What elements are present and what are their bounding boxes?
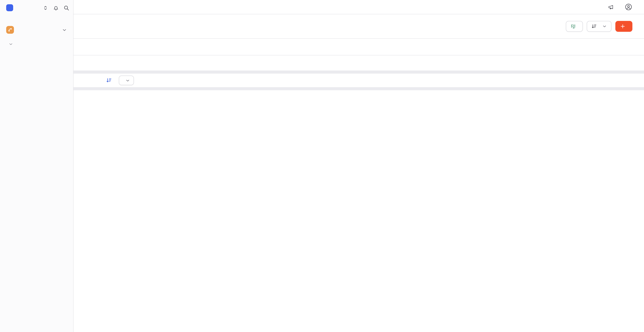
throttle-dropdown-button[interactable] — [587, 21, 612, 32]
page-header — [74, 14, 644, 39]
topbar — [74, 0, 644, 14]
section-divider — [74, 87, 644, 90]
chevron-down-icon — [8, 42, 13, 47]
sidebar-nav-top — [3, 16, 70, 20]
search-icon[interactable] — [63, 5, 69, 11]
sort-descending-icon — [591, 24, 597, 29]
knock-logo — [6, 4, 13, 11]
plus-icon — [620, 24, 626, 29]
environment-icon — [6, 26, 14, 34]
feedback-button[interactable] — [608, 4, 616, 10]
sidebar-header — [3, 0, 70, 16]
chevron-down-icon — [126, 78, 130, 83]
sidebar — [0, 0, 74, 332]
chevron-down-icon — [602, 24, 607, 29]
chevron-down-icon — [62, 27, 67, 32]
unthrottled-note — [74, 55, 644, 71]
create-guide-button[interactable] — [615, 21, 632, 32]
account-menu-icon[interactable] — [625, 3, 632, 11]
save-order-button[interactable] — [566, 21, 583, 32]
throttle-divider-row — [74, 74, 644, 87]
checklist-icon — [570, 24, 576, 29]
environment-switcher[interactable] — [3, 24, 70, 36]
developers-section-toggle[interactable] — [3, 39, 70, 49]
megaphone-icon — [608, 4, 614, 10]
throttle-value-select[interactable] — [119, 76, 134, 85]
section-divider — [74, 71, 644, 74]
app-window — [0, 0, 644, 332]
bell-icon[interactable] — [53, 5, 59, 11]
table-header — [74, 39, 644, 55]
sort-descending-icon — [106, 78, 112, 83]
workspace-selector-icon[interactable] — [42, 5, 48, 11]
main-area — [74, 0, 644, 332]
